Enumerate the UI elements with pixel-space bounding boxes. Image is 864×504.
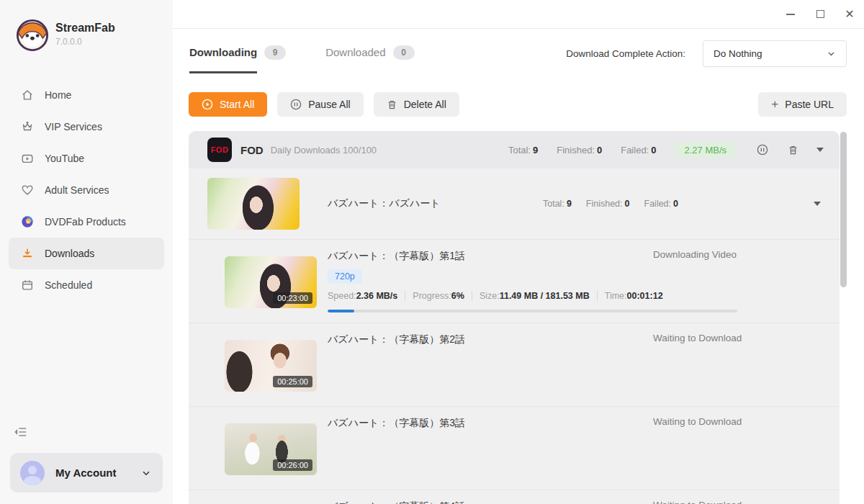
series-total-stat: Total:9 bbox=[543, 199, 572, 209]
episode-status: Waiting to Download bbox=[653, 333, 742, 343]
duration-badge: 00:26:00 bbox=[273, 459, 312, 471]
minimize-button[interactable] bbox=[786, 9, 796, 19]
crown-icon bbox=[20, 120, 35, 134]
sidebar-item-home[interactable]: Home bbox=[9, 79, 164, 111]
tab-downloaded[interactable]: Downloaded 0 bbox=[325, 45, 414, 77]
pause-circle-icon bbox=[290, 99, 302, 110]
scrollbar-thumb[interactable] bbox=[840, 132, 847, 287]
progress-fill bbox=[328, 310, 354, 312]
close-button[interactable]: ✕ bbox=[845, 9, 855, 19]
sidebar-item-dvdfab-products[interactable]: DVDFab Products bbox=[9, 206, 164, 238]
episode-title: バズハート：（字幕版）第2話 bbox=[328, 333, 824, 346]
app-version: 7.0.0.0 bbox=[55, 37, 115, 47]
series-failed-stat: Failed:0 bbox=[644, 199, 678, 209]
episode-row: 00:25:00 バズハート：（字幕版）第2話 Waiting to Downl… bbox=[189, 323, 840, 406]
sidebar-item-label: DVDFab Products bbox=[45, 216, 126, 228]
series-title: バズハート：バズハート bbox=[328, 197, 441, 210]
provider-name: FOD bbox=[240, 144, 264, 156]
fod-logo: FOD bbox=[207, 138, 232, 162]
download-list: FOD FOD Daily Downloads 100/100 Total:9 … bbox=[189, 131, 840, 504]
sidebar-item-label: VIP Services bbox=[45, 121, 102, 132]
downloaded-count-badge: 0 bbox=[393, 45, 415, 60]
quality-badge: 720p bbox=[328, 269, 362, 284]
collapse-sidebar-icon[interactable] bbox=[14, 426, 27, 438]
titlebar: ✕ bbox=[173, 0, 864, 29]
episode-thumbnail[interactable]: 00:23:00 bbox=[225, 256, 317, 308]
group-speed-badge: 2.27 MB/s bbox=[675, 143, 736, 158]
episode-thumbnail[interactable]: 00:26:00 bbox=[225, 423, 317, 475]
dvdfab-icon bbox=[20, 215, 35, 229]
total-stat: Total:9 bbox=[508, 145, 538, 156]
streamfab-mascot-icon bbox=[16, 19, 49, 52]
maximize-button[interactable] bbox=[815, 9, 825, 19]
group-collapse-caret-icon[interactable] bbox=[816, 148, 824, 152]
delete-all-button[interactable]: Delete All bbox=[374, 92, 459, 117]
provider-group-header: FOD FOD Daily Downloads 100/100 Total:9 … bbox=[189, 131, 840, 168]
chevron-down-icon bbox=[141, 468, 151, 478]
daily-downloads-label: Daily Downloads 100/100 bbox=[271, 145, 377, 156]
home-icon bbox=[20, 88, 35, 102]
calendar-icon bbox=[20, 278, 35, 292]
group-delete-icon[interactable] bbox=[786, 143, 799, 156]
my-account-button[interactable]: My Account bbox=[10, 453, 163, 492]
sidebar-item-youtube[interactable]: YouTube bbox=[9, 143, 164, 174]
series-collapse-caret-icon[interactable] bbox=[814, 202, 821, 206]
episode-status: Waiting to Download bbox=[653, 416, 742, 427]
account-label: My Account bbox=[55, 467, 116, 479]
sidebar-item-label: Home bbox=[45, 89, 71, 101]
heart-icon bbox=[20, 183, 35, 197]
episode-title: バズハート：（字幕版）第1話 bbox=[328, 250, 824, 263]
youtube-icon bbox=[20, 151, 35, 166]
app-name: StreamFab bbox=[55, 22, 115, 35]
sidebar: StreamFab 7.0.0.0 Home VIP Services bbox=[0, 0, 173, 504]
plus-icon: + bbox=[771, 97, 778, 112]
episode-stats: Speed:2.36 MB/s Progress:6% Size:11.49 M… bbox=[328, 291, 824, 301]
complete-action-group: Download Complete Action: Do Nothing bbox=[566, 40, 847, 81]
episode-status: Waiting to Download bbox=[653, 500, 742, 504]
tab-downloading[interactable]: Downloading 9 bbox=[189, 45, 286, 77]
download-icon bbox=[20, 246, 35, 261]
pause-all-button[interactable]: Pause All bbox=[277, 92, 363, 117]
main-area: ✕ Downloading 9 Downloaded 0 Download Co… bbox=[173, 0, 864, 504]
sidebar-item-label: Adult Services bbox=[45, 184, 109, 196]
user-avatar bbox=[20, 461, 45, 485]
episode-row: 00:26:00 バズハート：（字幕版）第3話 Waiting to Downl… bbox=[189, 406, 840, 490]
duration-badge: 00:25:00 bbox=[273, 376, 312, 387]
sidebar-item-label: Downloads bbox=[45, 248, 94, 259]
finished-stat: Finished:0 bbox=[557, 145, 602, 156]
complete-action-label: Download Complete Action: bbox=[566, 48, 685, 59]
complete-action-value: Do Nothing bbox=[714, 48, 762, 59]
episode-row: 00:23:00 バズハート：（字幕版）第1話 720p Speed:2.36 … bbox=[189, 239, 840, 323]
episode-title: バズハート：（字幕版）第3話 bbox=[328, 417, 824, 430]
sidebar-item-adult-services[interactable]: Adult Services bbox=[9, 174, 164, 206]
chevron-down-icon bbox=[827, 49, 836, 58]
episode-status: Downloading Video bbox=[653, 249, 737, 260]
duration-badge: 00:23:00 bbox=[273, 292, 312, 304]
episode-title: バズハート：（字幕版）第4話 bbox=[328, 500, 824, 504]
play-circle-icon bbox=[202, 99, 213, 110]
sidebar-item-downloads[interactable]: Downloads bbox=[9, 238, 164, 269]
app-logo: StreamFab 7.0.0.0 bbox=[0, 0, 173, 52]
sidebar-item-vip-services[interactable]: VIP Services bbox=[9, 111, 164, 143]
group-pause-icon[interactable] bbox=[756, 143, 769, 156]
sidebar-item-label: YouTube bbox=[45, 153, 84, 164]
episode-thumbnail[interactable]: 00:25:00 bbox=[225, 340, 317, 392]
downloading-count-badge: 9 bbox=[264, 45, 286, 60]
sidebar-item-scheduled[interactable]: Scheduled bbox=[9, 269, 164, 301]
sidebar-item-label: Scheduled bbox=[45, 279, 92, 291]
complete-action-select[interactable]: Do Nothing bbox=[703, 40, 847, 67]
content: Downloading 9 Downloaded 0 Download Comp… bbox=[173, 29, 864, 504]
sidebar-menu: Home VIP Services YouTube Adult Services bbox=[0, 79, 173, 301]
episode-row: バズハート：（字幕版）第4話 Waiting to Download bbox=[189, 490, 840, 504]
series-finished-stat: Finished:0 bbox=[586, 199, 630, 209]
series-row: バズハート：バズハート Total:9 Finished:0 Failed:0 bbox=[189, 168, 840, 239]
streamfab-window: StreamFab 7.0.0.0 Home VIP Services bbox=[0, 0, 864, 504]
trash-icon bbox=[387, 99, 397, 110]
failed-stat: Failed:0 bbox=[621, 145, 656, 156]
paste-url-button[interactable]: + Paste URL bbox=[758, 92, 847, 117]
progress-bar bbox=[328, 310, 737, 312]
toolbar: Start All Pause All Delete All + Pas bbox=[189, 92, 847, 117]
start-all-button[interactable]: Start All bbox=[189, 92, 267, 117]
tabs-row: Downloading 9 Downloaded 0 Download Comp… bbox=[189, 40, 847, 81]
series-thumbnail[interactable] bbox=[207, 178, 300, 230]
